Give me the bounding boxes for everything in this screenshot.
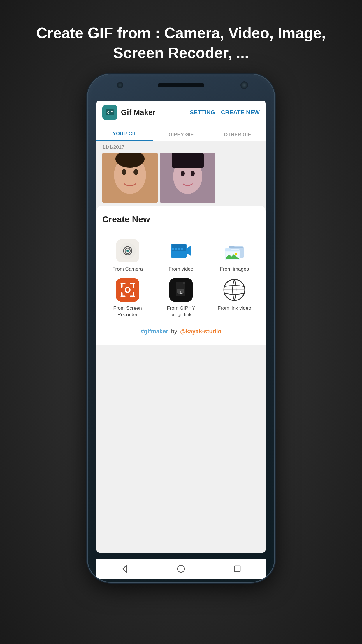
giphy-label: From GIPHYor .gif link xyxy=(167,305,195,318)
camera-icon-container xyxy=(116,239,139,262)
video-icon-container xyxy=(169,239,193,262)
nav-recents-button[interactable] xyxy=(232,564,242,574)
front-camera-sensor xyxy=(117,82,123,88)
svg-rect-23 xyxy=(181,248,183,250)
svg-marker-39 xyxy=(123,565,126,572)
outer-background: Create GIF from : Camera, Video, Image, … xyxy=(0,0,362,644)
camera-label: From Camera xyxy=(112,266,143,272)
phone-screen: GIF Gif Maker SETTING CREATE NEW YOUR GI… xyxy=(96,101,266,553)
svg-marker-24 xyxy=(187,246,191,256)
create-new-title: Create New xyxy=(102,214,260,224)
option-from-video[interactable]: From video xyxy=(156,239,206,272)
svg-point-40 xyxy=(178,565,184,572)
images-icon-container xyxy=(223,239,246,262)
gif-thumbnail-2[interactable] xyxy=(160,153,215,203)
giphy-icon: GIF .gif xyxy=(169,278,193,302)
svg-point-31 xyxy=(126,288,129,292)
options-grid: From Camera xyxy=(102,239,260,318)
tabs-bar: YOUR GIF GIPHY GIF OTHER GIF xyxy=(96,124,266,141)
link-video-icon xyxy=(223,278,246,302)
headline: Create GIF from : Camera, Video, Image, … xyxy=(0,0,362,74)
svg-point-28 xyxy=(235,253,237,256)
nav-back-button[interactable] xyxy=(120,564,130,574)
divider xyxy=(102,230,260,230)
phone-top-bar xyxy=(88,74,274,101)
option-from-images[interactable]: From images xyxy=(209,239,260,272)
tab-other-gif[interactable]: OTHER GIF xyxy=(209,132,266,141)
nav-bar xyxy=(96,559,266,579)
footer-studio: @kayak-studio xyxy=(180,328,222,335)
thumbnail-image-2 xyxy=(160,153,215,203)
gif-grid xyxy=(96,153,266,206)
option-from-giphy[interactable]: GIF .gif From GIPHYor .gif link xyxy=(156,278,206,318)
tab-your-gif[interactable]: YOUR GIF xyxy=(96,131,153,141)
link-video-label: From link video xyxy=(218,305,251,312)
screen-recorder-label: From ScreenRecorder xyxy=(113,305,142,318)
proximity-sensor xyxy=(240,81,248,89)
images-icon xyxy=(223,239,246,262)
svg-rect-20 xyxy=(172,248,174,250)
link-video-icon-container xyxy=(223,278,246,302)
video-icon xyxy=(169,239,193,262)
phone-shell: GIF Gif Maker SETTING CREATE NEW YOUR GI… xyxy=(88,74,274,582)
footer-hashtag: #gifmaker xyxy=(140,328,168,335)
panel-footer: #gifmaker by @kayak-studio xyxy=(102,324,260,339)
nav-home-button[interactable] xyxy=(176,564,186,574)
images-label: From images xyxy=(220,266,249,272)
giphy-icon-container: GIF .gif xyxy=(169,278,193,302)
svg-rect-34 xyxy=(183,282,185,284)
thumbnail-image-1 xyxy=(102,153,158,203)
svg-rect-12 xyxy=(172,153,204,168)
setting-button[interactable]: SETTING xyxy=(190,109,215,116)
video-label: From video xyxy=(168,266,193,272)
footer-by: by xyxy=(171,328,177,335)
date-label: 11/1/2017 xyxy=(96,141,266,153)
screen-recorder-icon-container xyxy=(116,278,139,302)
svg-text:GIF: GIF xyxy=(107,111,113,114)
create-new-button[interactable]: CREATE NEW xyxy=(221,109,260,116)
svg-rect-21 xyxy=(175,248,177,250)
phone-speaker xyxy=(158,83,204,87)
camera-icon xyxy=(120,243,136,259)
svg-rect-22 xyxy=(178,248,180,250)
svg-point-17 xyxy=(127,250,128,251)
screen-recorder-icon xyxy=(116,278,139,302)
app-icon: GIF xyxy=(102,105,117,120)
svg-point-10 xyxy=(191,171,195,176)
svg-rect-41 xyxy=(234,566,240,572)
svg-text:.gif: .gif xyxy=(179,290,182,293)
option-from-camera[interactable]: From Camera xyxy=(102,239,153,272)
gif-thumbnail-1[interactable] xyxy=(102,153,158,203)
option-from-link-video[interactable]: From link video xyxy=(209,278,260,318)
tab-giphy-gif[interactable]: GIPHY GIF xyxy=(153,132,209,141)
option-from-screen-recorder[interactable]: From ScreenRecorder xyxy=(102,278,153,318)
app-title: Gif Maker xyxy=(121,108,184,117)
app-bar: GIF Gif Maker SETTING CREATE NEW xyxy=(96,101,266,124)
svg-point-9 xyxy=(181,171,185,176)
svg-point-4 xyxy=(122,169,126,175)
headline-plain: Create GIF from : xyxy=(36,24,164,41)
create-new-panel: Create New xyxy=(96,206,266,345)
svg-point-5 xyxy=(133,169,138,175)
